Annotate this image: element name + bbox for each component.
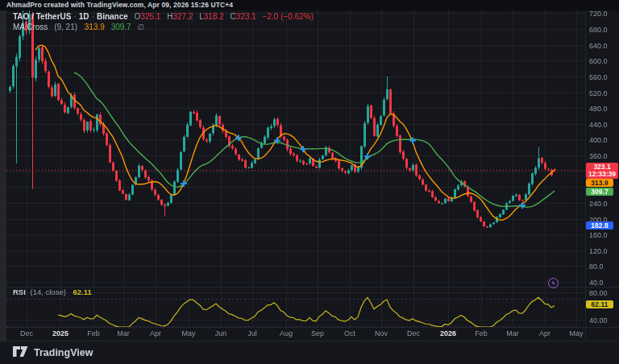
ma-fast-value: 313.9	[85, 23, 105, 31]
time-tick-label: Dec	[407, 329, 420, 337]
ma-slow-value: 309.7	[111, 23, 131, 31]
close-label: C	[231, 12, 236, 21]
price-tick-label: 560.0	[589, 73, 608, 81]
time-tick-label: May	[569, 329, 583, 337]
alert-level-badge[interactable]: 182.8	[586, 221, 613, 230]
price-tick-label: 400.0	[589, 136, 608, 144]
footer-bar: TradingView	[0, 341, 619, 364]
time-tick-label: Mar	[117, 329, 130, 337]
high-value: 327.2	[172, 12, 193, 21]
time-tick-label: Jun	[215, 329, 227, 337]
interval-label[interactable]: 1D	[79, 12, 89, 21]
time-tick-label: 2025	[52, 329, 69, 337]
time-tick-label: Feb	[475, 329, 488, 337]
symbol-legend-row[interactable]: TAO / TetherUS·1D·Binance O325.1 H327.2 …	[13, 12, 314, 22]
change-value: −2.0 (−0.62%)	[263, 12, 314, 21]
time-tick-label: Sep	[311, 329, 324, 337]
time-tick-label: May	[181, 329, 195, 337]
open-value: 325.1	[140, 12, 160, 21]
time-tick-label: Feb	[87, 329, 100, 337]
price-tick-label: 360.0	[589, 152, 608, 160]
price-tick-label: 480.0	[589, 105, 608, 113]
left-gutter	[0, 10, 6, 341]
price-tick-label: 40.0	[589, 279, 604, 287]
exchange-label[interactable]: Binance	[97, 12, 128, 21]
price-tick-label: 80.0	[589, 263, 604, 271]
rsi-current-value: 62.11	[73, 287, 91, 296]
time-tick-label: Mar	[506, 329, 519, 337]
ma-cross-params: (9, 21)	[54, 23, 77, 31]
bar-countdown: 12:33:39	[588, 171, 616, 178]
tradingview-chart-window: AhmadPro created with TradingView.com, A…	[0, 0, 619, 364]
price-tick-label: 440.0	[589, 121, 608, 129]
rsi-legend-row[interactable]: RSI (14, close) 62.11	[13, 287, 92, 296]
rsi-name[interactable]: RSI	[13, 287, 26, 296]
low-value: 318.2	[204, 12, 224, 21]
ma-cross-marker-icon: ∅	[137, 23, 144, 31]
time-tick-label: Apr	[539, 329, 550, 337]
symbol-title[interactable]: TAO / TetherUS	[13, 12, 71, 21]
price-tick-label: 640.0	[589, 42, 608, 50]
separator-dot: ·	[73, 12, 76, 21]
rsi-params: (14, close)	[30, 287, 65, 296]
chart-legend: TAO / TetherUS·1D·Binance O325.1 H327.2 …	[13, 12, 314, 33]
time-tick-label: Jul	[247, 329, 257, 337]
brand-name[interactable]: TradingView	[34, 347, 93, 358]
tradingview-logo-icon[interactable]	[13, 345, 28, 360]
price-tick-label: 120.0	[589, 247, 608, 255]
time-tick-label: Apr	[150, 329, 161, 337]
time-tick-label: Oct	[344, 329, 355, 337]
separator-dot: ·	[92, 12, 94, 21]
rsi-tick-label: 40.00	[589, 316, 608, 325]
price-tick-label: 720.0	[589, 10, 608, 18]
lightning-pin-icon[interactable]: ϟ	[548, 278, 559, 288]
time-tick-label: Aug	[280, 329, 293, 337]
time-tick-label: Dec	[20, 329, 33, 337]
last-price-badge[interactable]: 323.1 12:33:39	[586, 163, 618, 179]
price-tick-label: 600.0	[589, 57, 608, 65]
ma-fast-axis-badge[interactable]: 313.9	[586, 179, 613, 187]
close-value: 323.1	[236, 12, 256, 21]
price-tick-label: 680.0	[589, 26, 608, 34]
price-tick-label: 240.0	[589, 200, 608, 208]
time-tick-label: Nov	[375, 329, 388, 337]
price-tick-label: 160.0	[589, 231, 608, 239]
ma-cross-legend-row[interactable]: MA Cross (9, 21) 313.9 309.7 ∅	[13, 23, 314, 32]
rsi-tick-label: 80.00	[589, 289, 608, 297]
ma-cross-name[interactable]: MA Cross	[13, 23, 48, 31]
price-tick-label: 520.0	[589, 89, 608, 97]
rsi-axis-badge[interactable]: 62.11	[586, 300, 613, 308]
time-tick-label: 2026	[440, 329, 456, 337]
ma-slow-axis-badge[interactable]: 309.7	[586, 188, 613, 196]
price-chart-canvas[interactable]	[0, 0, 619, 364]
